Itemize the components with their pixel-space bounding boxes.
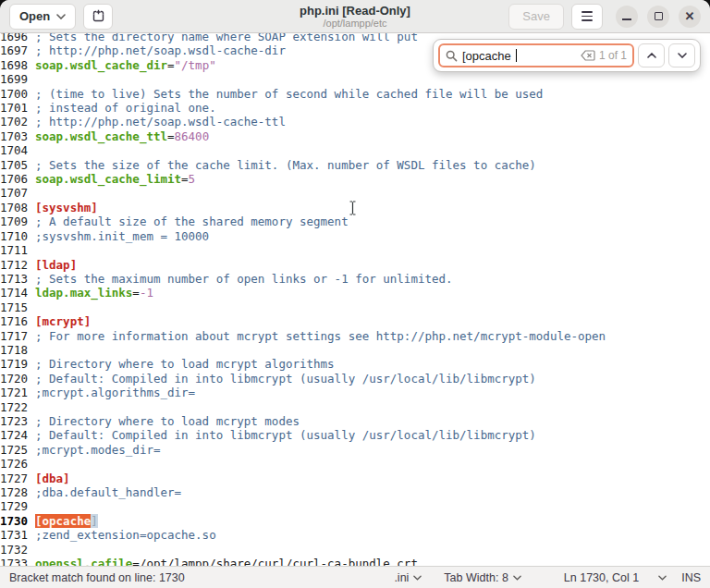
code-line[interactable]: 1729 (0, 499, 710, 513)
minimize-button[interactable] (616, 6, 638, 28)
line-content: ; Default: Compiled in into libmcrypt (u… (31, 428, 536, 442)
line-number: 1725 (0, 443, 31, 457)
line-content: ;mcrypt.modes_dir= (31, 443, 160, 457)
save-button[interactable]: Save (508, 4, 564, 30)
new-tab-icon (92, 9, 105, 23)
line-content (31, 543, 35, 557)
code-line[interactable]: 1722 (0, 400, 710, 414)
close-button[interactable]: ✕ (679, 6, 701, 28)
status-bar: Bracket match found on line: 1730 .ini T… (0, 566, 710, 588)
search-popover: [opcache 1 of 1 (433, 39, 701, 72)
code-line[interactable]: 1703soap.wsdl_cache_ttl=86400 (0, 129, 710, 143)
line-number: 1728 (0, 485, 31, 499)
code-line[interactable]: 1727[dba] (0, 472, 710, 485)
code-line[interactable]: 1702; http://php.net/soap.wsdl-cache-ttl (0, 115, 710, 129)
code-line[interactable]: 1732 (0, 543, 710, 557)
line-number: 1701 (0, 101, 31, 115)
cursor-position-dropdown[interactable]: Ln 1730, Col 1 (564, 571, 667, 584)
text-editor[interactable]: 1696; Sets the directory name where SOAP… (0, 33, 710, 566)
line-number: 1698 (0, 58, 31, 72)
cursor-position-label: Ln 1730, Col 1 (564, 571, 639, 584)
code-line[interactable]: 1701; instead of original one. (0, 101, 710, 115)
line-number: 1713 (0, 272, 31, 286)
code-line[interactable]: 1716[mcrypt] (0, 314, 710, 328)
line-content (31, 457, 35, 471)
insert-mode-indicator[interactable]: INS (681, 571, 701, 584)
header-bar: php.ini [Read-Only] /opt/lampp/etc Open … (0, 0, 710, 33)
code-line[interactable]: 1733openssl.cafile=/opt/lampp/share/curl… (0, 557, 710, 566)
hamburger-icon (581, 11, 593, 20)
code-line[interactable]: 1715 (0, 300, 710, 314)
line-number: 1727 (0, 472, 31, 485)
line-number: 1718 (0, 343, 31, 357)
line-content: ; Default: Compiled in into libmcrypt (u… (31, 372, 536, 386)
line-content (31, 243, 35, 257)
code-line[interactable]: 1706soap.wsdl_cache_limit=5 (0, 172, 710, 186)
code-line[interactable]: 1705; Sets the size of the cache limit. … (0, 158, 710, 172)
clear-search-icon[interactable] (581, 50, 595, 61)
line-number: 1717 (0, 329, 31, 343)
maximize-icon (655, 12, 663, 20)
tab-width-dropdown[interactable]: Tab Width: 8 (444, 571, 520, 584)
code-line[interactable]: 1709; A default size of the shared memor… (0, 214, 710, 228)
line-number: 1704 (0, 143, 31, 157)
line-content: ; instead of original one. (31, 101, 216, 115)
open-button[interactable]: Open (9, 4, 76, 30)
main-menu-button[interactable] (571, 4, 603, 30)
new-tab-button[interactable] (83, 4, 113, 30)
next-match-button[interactable] (668, 43, 695, 67)
line-number: 1696 (0, 33, 31, 43)
code-line[interactable]: 1723; Directory where to load mcrypt mod… (0, 414, 710, 428)
window-subtitle: /opt/lampp/etc (323, 18, 386, 29)
code-line[interactable]: 1731;zend_extension=opcache.so (0, 528, 710, 542)
code-line[interactable]: 1714ldap.max_links=-1 (0, 286, 710, 300)
line-content: [opcache] (31, 514, 98, 528)
code-line[interactable]: 1728;dba.default_handler= (0, 485, 710, 499)
code-line[interactable]: 1724; Default: Compiled in into libmcryp… (0, 428, 710, 442)
line-number: 1722 (0, 400, 31, 414)
code-line[interactable]: 1710;sysvshm.init_mem = 10000 (0, 229, 710, 243)
text-ibeam-cursor (349, 201, 357, 215)
code-line[interactable]: 1712[ldap] (0, 258, 710, 272)
maximize-button[interactable] (647, 6, 669, 28)
line-content: ; Directory where to load mcrypt modes (31, 414, 300, 428)
line-content (31, 186, 35, 200)
line-content: openssl.cafile=/opt/lampp/share/curl/cur… (31, 557, 418, 566)
search-input[interactable]: [opcache 1 of 1 (438, 43, 634, 67)
code-line[interactable]: 1717; For more information about mcrypt … (0, 329, 710, 343)
code-line[interactable]: 1726 (0, 457, 710, 471)
save-button-label: Save (522, 9, 550, 23)
line-number: 1710 (0, 229, 31, 243)
line-number: 1705 (0, 158, 31, 172)
line-number: 1715 (0, 300, 31, 314)
window-title: php.ini [Read-Only] (300, 5, 410, 18)
code-line[interactable]: 1707 (0, 186, 710, 200)
chevron-down-icon (513, 575, 521, 581)
code-line[interactable]: 1718 (0, 343, 710, 357)
code-line[interactable]: 1711 (0, 243, 710, 257)
code-line[interactable]: 1730[opcache] (0, 514, 710, 528)
code-line[interactable]: 1700; (time to live) Sets the number of … (0, 87, 710, 101)
code-line[interactable]: 1713; Sets the maximum number of open li… (0, 272, 710, 286)
line-content (31, 143, 35, 157)
line-content: ldap.max_links=-1 (31, 286, 153, 300)
line-content: [dba] (31, 472, 70, 485)
code-line[interactable]: 1704 (0, 143, 710, 157)
insert-mode-label: INS (681, 571, 701, 584)
code-line[interactable]: 1719; Directory where to load mcrypt alg… (0, 357, 710, 371)
code-line[interactable]: 1720; Default: Compiled in into libmcryp… (0, 372, 710, 386)
previous-match-button[interactable] (638, 43, 665, 67)
line-content: ; http://php.net/soap.wsdl-cache-dir (31, 43, 286, 57)
minimize-icon (622, 18, 631, 20)
code-line[interactable]: 1699 (0, 72, 710, 86)
line-number: 1702 (0, 115, 31, 129)
filetype-dropdown[interactable]: .ini (394, 571, 422, 584)
line-number: 1731 (0, 528, 31, 542)
tab-width-label: Tab Width: 8 (444, 571, 508, 584)
code-line[interactable]: 1721;mcrypt.algorithms_dir= (0, 386, 710, 399)
line-number: 1721 (0, 386, 31, 399)
line-number: 1719 (0, 357, 31, 371)
code-line[interactable]: 1725;mcrypt.modes_dir= (0, 443, 710, 457)
line-number: 1700 (0, 87, 31, 101)
line-content: ;dba.default_handler= (31, 485, 181, 499)
